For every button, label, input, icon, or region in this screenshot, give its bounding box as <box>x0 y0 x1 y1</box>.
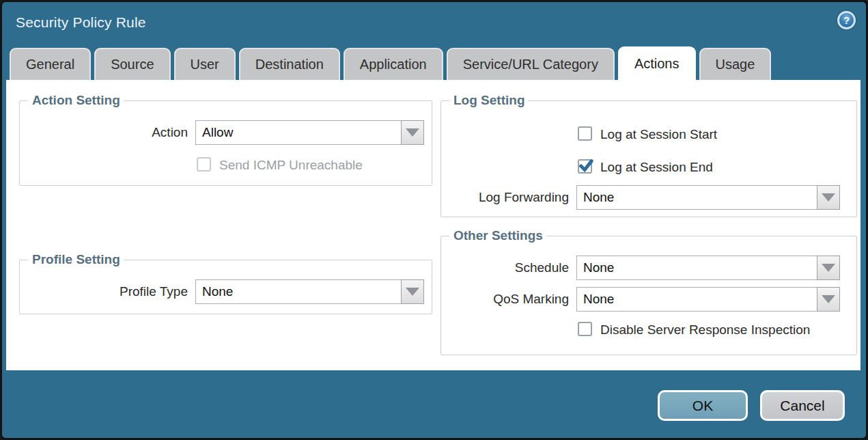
other-settings-legend: Other Settings <box>449 228 547 243</box>
disable-server-response-inspection-label[interactable]: Disable Server Response Inspection <box>600 322 810 338</box>
qos-marking-dropdown[interactable]: None <box>576 287 840 312</box>
tab-source[interactable]: Source <box>94 48 170 80</box>
checkmark-icon <box>578 159 593 174</box>
log-forwarding-dropdown[interactable]: None <box>576 185 840 210</box>
tab-actions[interactable]: Actions <box>618 46 696 80</box>
profile-type-dropdown[interactable]: None <box>195 279 424 304</box>
chevron-down-icon <box>406 288 419 296</box>
profile-type-dropdown-value[interactable]: None <box>195 279 402 304</box>
schedule-dropdown[interactable]: None <box>576 256 840 280</box>
action-dropdown[interactable]: Allow <box>195 120 424 145</box>
chevron-down-icon <box>406 128 419 137</box>
ok-button[interactable]: OK <box>658 390 748 421</box>
log-forwarding-dropdown-button[interactable] <box>817 185 840 210</box>
log-at-session-start-label[interactable]: Log at Session Start <box>600 127 717 142</box>
security-policy-rule-dialog: Security Policy Rule ? General Source Us… <box>0 0 868 440</box>
send-icmp-unreachable-label: Send ICMP Unreachable <box>219 158 363 173</box>
action-dropdown-button[interactable] <box>401 120 424 145</box>
action-dropdown-value[interactable]: Allow <box>195 120 402 145</box>
profile-type-label: Profile Type <box>20 279 188 304</box>
action-label: Action <box>20 120 188 145</box>
chevron-down-icon <box>822 264 835 272</box>
log-forwarding-label: Log Forwarding <box>441 185 569 210</box>
other-settings-group: Other Settings Schedule None QoS Marking… <box>440 236 857 355</box>
log-at-session-end-label[interactable]: Log at Session End <box>600 160 713 175</box>
disable-server-response-inspection-checkbox[interactable] <box>578 322 592 336</box>
profile-type-dropdown-button[interactable] <box>401 279 424 304</box>
tab-destination[interactable]: Destination <box>239 48 340 80</box>
cancel-button[interactable]: Cancel <box>760 390 845 421</box>
tab-general[interactable]: General <box>10 48 91 80</box>
actions-tab-panel: Action Setting Action Allow Send ICMP Un… <box>6 80 860 370</box>
tab-usage[interactable]: Usage <box>699 48 772 80</box>
tab-bar: General Source User Destination Applicat… <box>10 46 771 80</box>
qos-marking-dropdown-value[interactable]: None <box>576 287 817 312</box>
tab-service-url-category[interactable]: Service/URL Category <box>447 48 615 80</box>
chevron-down-icon <box>822 193 835 202</box>
action-setting-legend: Action Setting <box>28 93 124 108</box>
qos-marking-label: QoS Marking <box>441 287 569 312</box>
action-setting-group: Action Setting Action Allow Send ICMP Un… <box>19 100 432 186</box>
tab-application[interactable]: Application <box>344 48 443 80</box>
tab-user[interactable]: User <box>174 48 236 80</box>
profile-setting-legend: Profile Setting <box>28 252 124 267</box>
qos-marking-dropdown-button[interactable] <box>817 287 840 312</box>
log-setting-group: Log Setting Log at Session Start Log at … <box>440 100 857 217</box>
profile-setting-group: Profile Setting Profile Type None <box>19 260 432 314</box>
send-icmp-unreachable-checkbox[interactable] <box>197 157 211 171</box>
dialog-title: Security Policy Rule <box>16 14 146 31</box>
chevron-down-icon <box>822 295 835 303</box>
help-icon[interactable]: ? <box>837 11 856 29</box>
schedule-label: Schedule <box>441 256 569 280</box>
log-forwarding-dropdown-value[interactable]: None <box>576 185 817 210</box>
log-at-session-start-checkbox[interactable] <box>578 126 592 141</box>
schedule-dropdown-button[interactable] <box>817 256 840 280</box>
log-setting-legend: Log Setting <box>449 93 529 108</box>
log-at-session-end-checkbox[interactable] <box>578 159 592 174</box>
schedule-dropdown-value[interactable]: None <box>576 256 817 280</box>
